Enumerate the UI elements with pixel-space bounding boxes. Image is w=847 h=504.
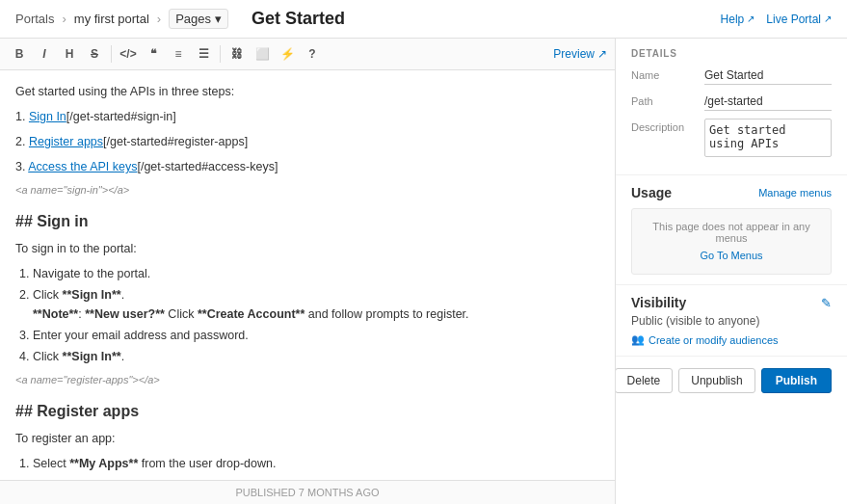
name-field-row: Name	[631, 66, 832, 85]
list-item: Enter your email address and password.	[33, 326, 599, 345]
usage-box: This page does not appear in any menus G…	[631, 208, 832, 275]
header-actions: Help ↗ Live Portal ↗	[721, 13, 832, 26]
usage-text: This page does not appear in any menus	[644, 221, 819, 244]
details-section: DETAILS Name Path Description Get starte…	[616, 39, 847, 175]
editor-content[interactable]: Get started using the APIs in three step…	[0, 70, 615, 480]
usage-header: Usage Manage menus	[631, 185, 832, 200]
publish-button[interactable]: Publish	[761, 368, 832, 393]
publish-status: PUBLISHED 7 MONTHS AGO	[235, 487, 379, 498]
dropdown-arrow-icon: ▾	[215, 12, 222, 26]
live-portal-ext-icon: ↗	[824, 13, 832, 24]
breadcrumb: Portals › my first portal › Pages ▾ Get …	[15, 9, 345, 29]
path-field-row: Path	[631, 93, 832, 111]
toolbar-separator-2	[220, 45, 221, 63]
manage-menus-link[interactable]: Manage menus	[758, 187, 832, 199]
image-button[interactable]: ⬜	[251, 42, 274, 66]
details-section-label: DETAILS	[631, 48, 832, 59]
editor-toolbar: B I H S </> ❝ ≡ ☰ ⛓ ⬜ ⚡ ? Preview ↗	[0, 39, 615, 70]
description-input[interactable]: Get started using APIs	[704, 119, 832, 157]
register-steps: Select **My Apps** from the user drop-do…	[15, 454, 599, 480]
breadcrumb-sep: ›	[62, 12, 66, 26]
step3-link: 3. Access the API keys[/get-started#acce…	[15, 157, 599, 176]
special-button[interactable]: ⚡	[276, 42, 299, 66]
path-label: Path	[631, 93, 697, 107]
live-portal-link[interactable]: Live Portal ↗	[766, 13, 832, 26]
ul-button[interactable]: ≡	[167, 42, 190, 66]
editor-panel: B I H S </> ❝ ≡ ☰ ⛓ ⬜ ⚡ ? Preview ↗ Get …	[0, 39, 616, 504]
help-button[interactable]: ?	[301, 42, 324, 66]
description-field-row: Description Get started using APIs	[631, 119, 832, 157]
delete-button[interactable]: Delete	[616, 368, 673, 393]
visibility-header: Visibility ✎	[631, 295, 832, 310]
edit-visibility-icon[interactable]: ✎	[821, 296, 832, 310]
portals-link[interactable]: Portals	[15, 12, 54, 26]
path-input[interactable]	[704, 93, 832, 111]
link-button[interactable]: ⛓	[225, 42, 249, 66]
step1-link: 1. Sign In[/get-started#sign-in]	[15, 107, 599, 126]
blockquote-button[interactable]: ❝	[142, 42, 165, 66]
pages-label: Pages	[175, 12, 211, 26]
header: Portals › my first portal › Pages ▾ Get …	[0, 0, 847, 39]
main-layout: B I H S </> ❝ ≡ ☰ ⛓ ⬜ ⚡ ? Preview ↗ Get …	[0, 39, 847, 504]
preview-ext-icon: ↗	[597, 47, 607, 61]
editor-footer: PUBLISHED 7 MONTHS AGO	[0, 480, 615, 504]
list-item: Click **Sign In**.**Note**: **New user?*…	[33, 285, 599, 324]
heading-register: ## Register apps	[15, 399, 599, 424]
visibility-value: Public (visible to anyone)	[631, 314, 832, 328]
list-item: Click **Sign In**.	[33, 347, 599, 366]
description-label: Description	[631, 119, 697, 133]
list-item: Select **My Apps** from the user drop-do…	[33, 454, 599, 473]
ol-button[interactable]: ☰	[192, 42, 215, 66]
breadcrumb-sep2: ›	[157, 12, 161, 26]
register-intro: To register an app:	[15, 429, 599, 448]
anchor-signin: <a name="sign-in"></a>	[15, 182, 599, 199]
audience-link[interactable]: 👥 Create or modify audiences	[631, 333, 832, 346]
name-input[interactable]	[704, 66, 832, 85]
preview-button[interactable]: Preview ↗	[553, 47, 607, 61]
visibility-title: Visibility	[631, 295, 686, 310]
name-label: Name	[631, 66, 697, 81]
strikethrough-button[interactable]: S	[83, 42, 106, 66]
step2-link: 2. Register apps[/get-started#register-a…	[15, 132, 599, 151]
usage-title: Usage	[631, 185, 672, 200]
pages-dropdown[interactable]: Pages ▾	[169, 9, 228, 29]
visibility-section: Visibility ✎ Public (visible to anyone) …	[616, 285, 847, 357]
toolbar-separator-1	[111, 45, 112, 63]
italic-button[interactable]: I	[33, 42, 56, 66]
list-item: Navigate to the portal.	[33, 264, 599, 283]
heading-signin: ## Sign in	[15, 209, 599, 234]
audience-icon: 👥	[631, 333, 645, 346]
help-link[interactable]: Help ↗	[721, 13, 755, 26]
page-title: Get Started	[251, 9, 345, 29]
anchor-register: <a name="register-apps"></a>	[15, 372, 599, 389]
bold-button[interactable]: B	[8, 42, 31, 66]
details-panel: DETAILS Name Path Description Get starte…	[616, 39, 847, 504]
portal-name: my first portal	[74, 12, 149, 26]
go-to-menus-link[interactable]: Go To Menus	[700, 250, 762, 261]
signin-steps: Navigate to the portal. Click **Sign In*…	[15, 264, 599, 366]
help-ext-icon: ↗	[747, 13, 754, 24]
intro-text: Get started using the APIs in three step…	[15, 82, 599, 101]
signin-intro: To sign in to the portal:	[15, 239, 599, 258]
audience-label: Create or modify audiences	[648, 334, 779, 346]
heading-button[interactable]: H	[58, 42, 81, 66]
unpublish-button[interactable]: Unpublish	[678, 368, 754, 393]
code-button[interactable]: </>	[117, 42, 140, 66]
usage-section: Usage Manage menus This page does not ap…	[616, 175, 847, 285]
action-section: Delete Unpublish Publish	[616, 357, 847, 405]
